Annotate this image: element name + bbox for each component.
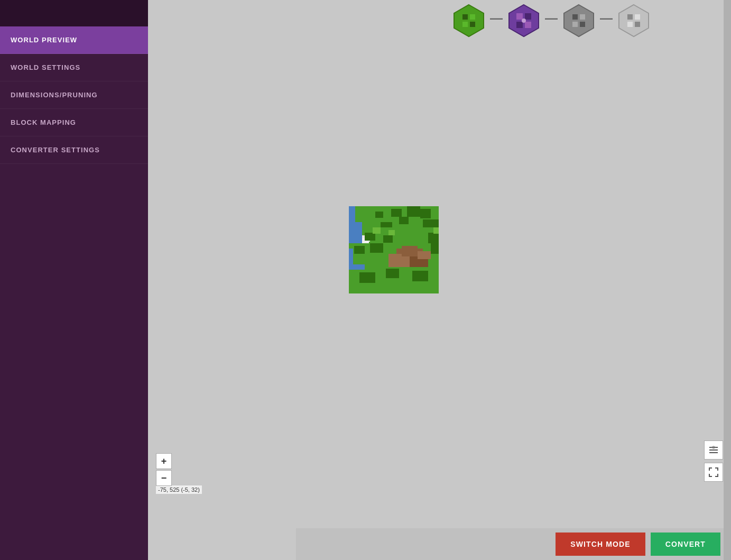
svg-marker-0 (454, 5, 484, 36)
separator-2: — (545, 11, 558, 25)
coordinates-display: -75, 525 (-5, 32) (156, 485, 202, 494)
purple-block-icon (506, 3, 542, 39)
svg-rect-20 (635, 22, 640, 27)
svg-rect-57 (433, 227, 439, 234)
svg-rect-43 (383, 235, 393, 243)
svg-rect-56 (388, 230, 395, 235)
svg-rect-17 (627, 14, 633, 20)
sidebar-item-converter-settings[interactable]: CONVERTER SETTINGS (0, 136, 148, 164)
fullscreen-button[interactable] (704, 463, 723, 482)
svg-rect-3 (462, 22, 468, 27)
svg-rect-29 (420, 209, 431, 218)
svg-rect-39 (418, 251, 431, 259)
svg-rect-15 (580, 22, 585, 27)
sidebar: WORLD PREVIEW WORLD SETTINGS DIMENSIONS/… (0, 0, 148, 560)
scrollbar[interactable] (724, 0, 731, 560)
svg-rect-26 (391, 209, 402, 217)
world-map (349, 206, 439, 293)
svg-rect-60 (709, 452, 718, 453)
svg-rect-49 (349, 222, 362, 243)
svg-rect-30 (399, 217, 409, 224)
svg-rect-44 (370, 243, 383, 253)
sidebar-item-dimensions-pruning[interactable]: DIMENSIONS/PRUNING (0, 81, 148, 109)
sidebar-item-world-preview[interactable]: WORLD PREVIEW (0, 26, 148, 54)
layers-button[interactable] (704, 440, 723, 460)
zoom-in-button[interactable]: + (156, 453, 172, 469)
svg-rect-42 (365, 233, 375, 241)
zoom-controls: + − (156, 453, 172, 486)
svg-rect-46 (354, 246, 365, 254)
header-icons: — — — (451, 3, 652, 39)
main-content: + − -75, 525 (-5, 32) (148, 0, 731, 560)
separator-1: — (490, 11, 503, 25)
svg-rect-2 (470, 14, 475, 20)
svg-rect-52 (359, 272, 375, 283)
svg-marker-61 (710, 446, 717, 449)
gray-block-icon (561, 3, 597, 39)
convert-button[interactable]: CONVERT (651, 533, 720, 556)
svg-rect-55 (373, 227, 381, 234)
svg-rect-6 (516, 13, 523, 20)
svg-rect-27 (407, 206, 420, 217)
svg-rect-54 (412, 271, 428, 281)
svg-rect-59 (709, 449, 718, 451)
svg-rect-45 (428, 233, 439, 243)
zoom-out-button[interactable]: − (156, 470, 172, 486)
svg-rect-12 (572, 14, 578, 20)
svg-rect-53 (386, 269, 399, 278)
svg-rect-19 (627, 22, 633, 27)
map-area[interactable]: + − -75, 525 (-5, 32) (148, 0, 731, 528)
svg-rect-37 (402, 246, 418, 256)
svg-rect-4 (470, 22, 475, 27)
svg-rect-9 (525, 22, 531, 28)
sidebar-item-world-settings[interactable]: WORLD SETTINGS (0, 54, 148, 81)
bottom-action-bar: SWITCH MODE CONVERT (296, 528, 731, 560)
svg-rect-1 (462, 14, 468, 20)
svg-rect-7 (525, 13, 531, 20)
svg-rect-13 (580, 14, 585, 20)
sidebar-item-block-mapping[interactable]: BLOCK MAPPING (0, 109, 148, 136)
svg-rect-14 (572, 22, 578, 27)
svg-rect-8 (516, 22, 523, 28)
sidebar-header (0, 0, 148, 26)
svg-marker-16 (619, 5, 649, 36)
svg-point-10 (522, 19, 526, 23)
light-block-icon (616, 3, 652, 39)
separator-3: — (600, 11, 613, 25)
green-block-icon (451, 3, 487, 39)
svg-rect-18 (635, 14, 640, 20)
svg-rect-28 (375, 212, 383, 218)
svg-marker-11 (564, 5, 594, 36)
switch-mode-button[interactable]: SWITCH MODE (556, 533, 645, 556)
svg-rect-47 (431, 243, 439, 254)
